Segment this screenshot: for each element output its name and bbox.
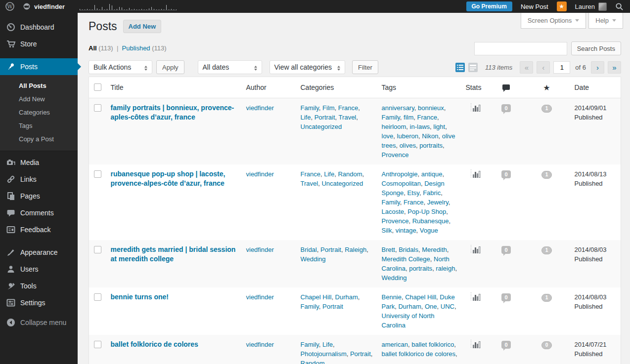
term-link[interactable]: Travel	[339, 114, 357, 121]
term-link[interactable]: Durham	[398, 303, 421, 310]
stats-sparkline[interactable]	[80, 2, 177, 10]
term-link[interactable]: bonnieux	[418, 104, 444, 112]
sidebar-item-dashboard[interactable]: Dashboard	[0, 19, 78, 36]
stats-icon[interactable]	[470, 292, 481, 303]
list-view-icon[interactable]	[455, 63, 465, 72]
term-link[interactable]: Bridals	[399, 246, 418, 253]
term-link[interactable]: Family	[382, 199, 400, 206]
search-icon[interactable]	[615, 2, 624, 11]
go-premium-button[interactable]: Go Premium	[466, 1, 512, 11]
term-link[interactable]: Lacoste	[382, 208, 405, 215]
sidebar-item-appearance[interactable]: Appearance	[0, 244, 78, 261]
comment-count-badge[interactable]: 0	[501, 246, 510, 254]
term-link[interactable]: Wedding	[382, 274, 407, 282]
sidebar-item-posts[interactable]: Posts	[0, 58, 78, 75]
row-checkbox[interactable]	[94, 341, 101, 348]
term-link[interactable]: Anthropolgie	[382, 170, 418, 178]
term-link[interactable]: Family	[301, 303, 319, 310]
row-checkbox[interactable]	[94, 170, 101, 178]
first-page-button[interactable]: «	[520, 61, 533, 74]
sidebar-item-links[interactable]: Links	[0, 171, 78, 188]
submenu-item-copy-a-post[interactable]: Copy a Post	[0, 132, 78, 146]
term-link[interactable]: Random	[301, 360, 325, 364]
term-link[interactable]: luberon	[397, 132, 418, 140]
term-link[interactable]: olives	[400, 142, 416, 149]
term-link[interactable]: film	[404, 114, 413, 121]
term-link[interactable]: portraits	[409, 265, 432, 272]
select-all-checkbox[interactable]	[94, 83, 101, 91]
term-link[interactable]: Bennie	[382, 293, 402, 301]
notifications-star-icon[interactable]: ★	[557, 1, 567, 11]
term-link[interactable]: Fabric	[423, 189, 441, 197]
term-link[interactable]: Chapel Hill	[301, 293, 332, 301]
stats-icon[interactable]	[470, 103, 481, 114]
site-menu[interactable]: viedfinder	[23, 2, 65, 10]
term-link[interactable]: Life	[322, 341, 333, 348]
term-link[interactable]: ballet folklorico	[411, 341, 454, 348]
screen-options-button[interactable]: Screen Options	[521, 13, 586, 29]
term-link[interactable]: american	[382, 341, 408, 348]
term-link[interactable]: Bridal	[301, 246, 317, 253]
term-link[interactable]: Uncategorized	[321, 180, 363, 187]
term-link[interactable]: Meredith	[422, 246, 447, 253]
term-link[interactable]: One	[425, 303, 437, 310]
row-checkbox[interactable]	[94, 246, 101, 253]
add-new-button[interactable]: Add New	[123, 20, 162, 33]
term-link[interactable]: Silk	[382, 227, 392, 234]
next-page-button[interactable]: ›	[591, 61, 604, 74]
submenu-item-categories[interactable]: Categories	[0, 106, 78, 119]
bulk-actions-select[interactable]: Bulk Actions	[89, 60, 152, 74]
sidebar-item-comments[interactable]: Comments	[0, 204, 78, 221]
submenu-item-tags[interactable]: Tags	[0, 119, 78, 132]
search-posts-button[interactable]: Search Posts	[571, 41, 621, 55]
term-link[interactable]: France	[301, 170, 320, 178]
term-link[interactable]: Provence	[382, 151, 409, 159]
term-link[interactable]: France	[417, 114, 437, 121]
term-link[interactable]: Durham	[335, 293, 358, 301]
term-link[interactable]: Film	[322, 104, 335, 112]
term-link[interactable]: Vogue	[420, 227, 438, 234]
sidebar-item-users[interactable]: Users	[0, 261, 78, 278]
author-link[interactable]: viedfinder	[246, 293, 274, 301]
term-link[interactable]: Portrait	[350, 350, 371, 358]
term-link[interactable]: love	[382, 132, 394, 140]
filter-button[interactable]: Filter	[352, 60, 378, 74]
author-link[interactable]: viedfinder	[246, 104, 274, 112]
term-link[interactable]: in-laws	[410, 123, 430, 130]
term-link[interactable]: vintage	[396, 227, 416, 234]
post-title-link[interactable]: rubanesque pop-up shop | lacoste, proven…	[111, 169, 238, 188]
term-link[interactable]: France	[404, 199, 423, 206]
excerpt-view-icon[interactable]	[468, 63, 478, 72]
term-link[interactable]: UNC	[441, 303, 454, 310]
sidebar-item-store[interactable]: Store	[0, 36, 78, 52]
post-title-link[interactable]: bennie turns one!	[111, 292, 169, 302]
comment-count-badge[interactable]: 0	[501, 341, 510, 349]
sidebar-item-tools[interactable]: Tools	[0, 278, 78, 294]
term-link[interactable]: Wedding	[301, 255, 326, 263]
term-link[interactable]: light	[433, 123, 445, 130]
comment-count-badge[interactable]: 0	[501, 293, 510, 301]
author-link[interactable]: viedfinder	[246, 341, 274, 348]
row-checkbox[interactable]	[94, 104, 101, 112]
wordpress-logo-icon[interactable]: W	[5, 1, 15, 11]
search-input[interactable]	[474, 42, 567, 55]
term-link[interactable]: Chapel Hill	[405, 293, 436, 301]
apply-button[interactable]: Apply	[156, 60, 184, 74]
stats-icon[interactable]	[470, 340, 481, 351]
term-link[interactable]: ballet folklorico de colores	[382, 350, 456, 358]
term-link[interactable]: Portrait	[322, 303, 343, 310]
term-link[interactable]: Portrait	[315, 114, 335, 121]
stats-icon[interactable]	[470, 245, 481, 256]
term-link[interactable]: Pop-Up Shop	[407, 208, 446, 215]
term-link[interactable]: Uncategorized	[301, 123, 342, 130]
prev-page-button[interactable]: ‹	[537, 61, 550, 74]
author-link[interactable]: viedfinder	[246, 246, 274, 253]
term-link[interactable]: Brett	[382, 246, 395, 253]
term-link[interactable]: Meredith College	[382, 255, 430, 263]
author-link[interactable]: viedfinder	[246, 170, 274, 178]
sidebar-item-pages[interactable]: Pages	[0, 188, 78, 204]
term-link[interactable]: Random	[338, 170, 362, 178]
term-link[interactable]: portraits	[419, 142, 443, 149]
account-menu[interactable]: Lauren	[575, 2, 607, 11]
term-link[interactable]: Family	[301, 341, 319, 348]
